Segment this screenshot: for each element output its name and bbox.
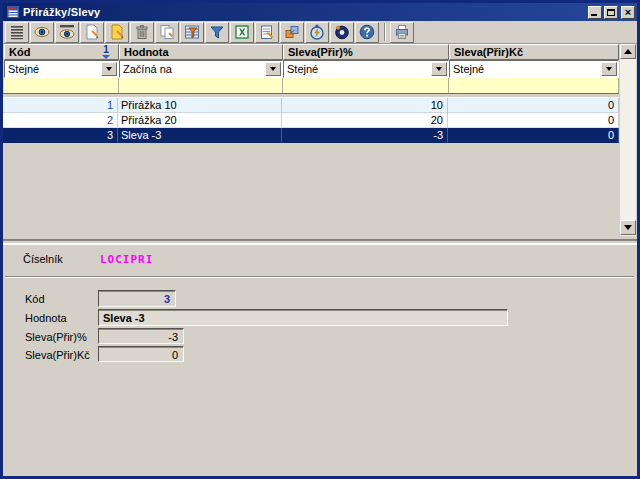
dropdown-arrow-icon[interactable] <box>101 62 117 76</box>
column-header-hodnota[interactable]: Hodnota <box>119 44 283 60</box>
filter-combobox[interactable]: Stejné <box>283 60 449 78</box>
new-record-button[interactable] <box>80 22 104 43</box>
toolbar <box>3 21 637 44</box>
list-icon <box>9 24 25 40</box>
copy-record-icon <box>159 24 175 40</box>
vertical-scrollbar[interactable] <box>620 44 636 236</box>
scroll-down-button[interactable] <box>620 220 636 235</box>
field-label-sleva-kc: Sleva(Přir)Kč <box>25 349 90 361</box>
app-window: Přirážky/Slevy × <box>0 0 640 479</box>
scroll-up-button[interactable] <box>620 44 636 59</box>
view-icon <box>34 24 50 40</box>
dropdown-arrow-icon[interactable] <box>601 62 617 76</box>
edit-record-icon <box>109 24 125 40</box>
kod-field[interactable]: 3 <box>98 290 176 307</box>
ciselnik-label: Číselník <box>23 253 63 265</box>
edit-record-button[interactable] <box>105 22 129 43</box>
view-button[interactable] <box>30 22 54 43</box>
list-button[interactable] <box>5 22 29 43</box>
link-icon <box>284 24 300 40</box>
dropdown-arrow-icon[interactable] <box>431 62 447 76</box>
view-summary-icon <box>59 24 75 40</box>
refresh-icon <box>334 24 350 40</box>
app-icon <box>7 6 19 18</box>
column-header-sleva-pct[interactable]: Sleva(Přir)% <box>283 44 449 60</box>
minimize-icon <box>591 14 597 16</box>
filter-value-input-hodnota[interactable] <box>119 78 283 93</box>
help-icon <box>359 24 375 40</box>
filter-combobox[interactable]: Stejné <box>4 60 119 78</box>
column-header-sleva-kc[interactable]: Sleva(Přir)Kč <box>449 44 619 60</box>
filter-operator-kod: Stejné <box>4 60 119 78</box>
stopwatch-icon <box>309 24 325 40</box>
maximize-button[interactable] <box>604 6 618 19</box>
maximize-icon <box>607 9 615 16</box>
field-label-sleva-pct: Sleva(Přir)% <box>25 331 87 343</box>
hodnota-field[interactable]: Sleva -3 <box>98 309 508 326</box>
copy-record-button[interactable] <box>155 22 179 43</box>
filter-combobox[interactable]: Začíná na <box>119 60 283 78</box>
sort-indicator: 1 <box>102 45 110 59</box>
filtered-list-icon <box>184 24 200 40</box>
detail-panel: Číselník LOCIPRI Kód 3 Hodnota Sleva -3 … <box>3 244 637 476</box>
table-row[interactable]: 1 Přirážka 10 10 0 <box>3 98 619 113</box>
filter-operator-sleva-pct: Stejné <box>283 60 449 78</box>
filtered-list-button[interactable] <box>180 22 204 43</box>
notes-icon <box>259 24 275 40</box>
field-label-kod: Kód <box>25 293 45 305</box>
filter-value-input-sleva-kc[interactable] <box>449 78 619 93</box>
refresh-button[interactable] <box>330 22 354 43</box>
scroll-down-icon <box>624 225 632 230</box>
panel-divider <box>5 276 634 278</box>
help-button[interactable] <box>355 22 379 43</box>
field-label-hodnota: Hodnota <box>25 312 67 324</box>
excel-export-icon <box>234 24 250 40</box>
new-record-icon <box>84 24 100 40</box>
close-button[interactable]: × <box>621 6 635 19</box>
window-title: Přirážky/Slevy <box>23 6 100 18</box>
minimize-button[interactable] <box>588 6 602 19</box>
view-summary-button[interactable] <box>55 22 79 43</box>
print-button[interactable] <box>390 22 414 43</box>
close-icon: × <box>622 6 634 19</box>
link-button[interactable] <box>280 22 304 43</box>
toolbar-separator <box>384 23 386 41</box>
sort-asc-icon <box>102 55 110 59</box>
titlebar[interactable]: Přirážky/Slevy × <box>3 3 637 21</box>
filter-icon <box>209 24 225 40</box>
ciselnik-value: LOCIPRI <box>100 253 153 266</box>
delete-record-button[interactable] <box>130 22 154 43</box>
filter-combobox[interactable]: Stejné <box>449 60 619 78</box>
excel-export-button[interactable] <box>230 22 254 43</box>
notes-button[interactable] <box>255 22 279 43</box>
dropdown-arrow-icon[interactable] <box>265 62 281 76</box>
filter-operator-hodnota: Začíná na <box>119 60 283 78</box>
table-row-selected[interactable]: 3 Sleva -3 -3 0 <box>3 128 619 143</box>
sleva-kc-field[interactable]: 0 <box>98 346 184 362</box>
table-row[interactable]: 2 Přirážka 20 20 0 <box>3 113 619 128</box>
stopwatch-button[interactable] <box>305 22 329 43</box>
sleva-pct-field[interactable]: -3 <box>98 328 184 344</box>
records-grid: Kód 1 Hodnota Sleva(Přir)% Sleva(Přir)Kč… <box>3 44 637 240</box>
filter-operator-sleva-kc: Stejné <box>449 60 619 78</box>
filter-value-input-sleva-pct[interactable] <box>283 78 449 93</box>
scroll-up-icon <box>624 49 632 54</box>
filter-value-input-kod[interactable] <box>4 78 119 93</box>
delete-record-icon <box>134 24 150 40</box>
print-icon <box>394 24 410 40</box>
filter-button[interactable] <box>205 22 229 43</box>
column-header-kod[interactable]: Kód 1 <box>4 44 119 60</box>
